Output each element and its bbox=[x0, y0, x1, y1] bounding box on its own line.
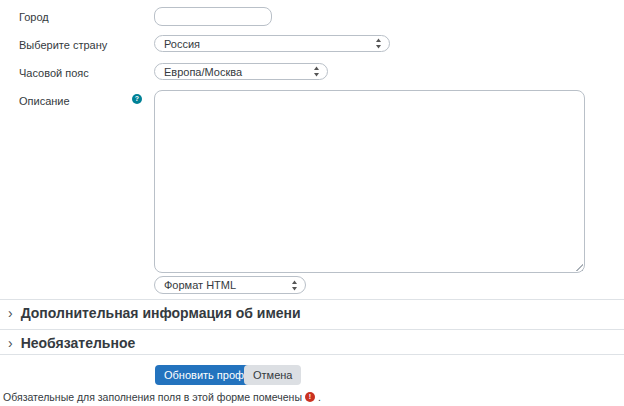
description-textarea-wrap bbox=[154, 90, 585, 273]
cancel-button[interactable]: Отмена bbox=[244, 365, 301, 385]
help-icon[interactable]: ? bbox=[132, 94, 142, 104]
city-input[interactable] bbox=[154, 7, 272, 26]
description-label: Описание bbox=[19, 95, 70, 107]
timezone-select-value: Европа/Москва bbox=[164, 66, 242, 78]
description-textarea[interactable] bbox=[154, 90, 585, 273]
section-divider bbox=[0, 354, 624, 355]
section-divider bbox=[0, 329, 624, 330]
city-label: Город bbox=[19, 11, 49, 23]
required-fields-text: Обязательные для заполнения поля в этой … bbox=[3, 391, 302, 403]
required-fields-note: Обязательные для заполнения поля в этой … bbox=[3, 391, 321, 403]
timezone-label: Часовой пояс bbox=[19, 67, 89, 79]
chevron-right-icon: › bbox=[8, 306, 13, 320]
select-stepper-icon bbox=[375, 38, 382, 49]
section-optional[interactable]: › Необязательное bbox=[8, 333, 135, 353]
country-select-value: Россия bbox=[164, 38, 200, 50]
country-select[interactable]: Россия bbox=[154, 35, 390, 52]
required-fields-suffix: . bbox=[318, 391, 321, 403]
profile-edit-form: Город Выберите страну Россия Часовой поя… bbox=[0, 0, 624, 406]
format-select-value: Формат HTML bbox=[164, 279, 236, 291]
chevron-right-icon: › bbox=[8, 336, 13, 350]
section-additional-names[interactable]: › Дополнительная информация об имени bbox=[8, 303, 301, 323]
section-title: Необязательное bbox=[21, 335, 136, 351]
section-title: Дополнительная информация об имени bbox=[21, 305, 301, 321]
section-divider bbox=[0, 299, 624, 300]
select-stepper-icon bbox=[313, 66, 320, 77]
format-select[interactable]: Формат HTML bbox=[154, 276, 306, 294]
country-label: Выберите страну bbox=[19, 39, 107, 51]
required-icon: ! bbox=[305, 392, 315, 402]
select-stepper-icon bbox=[291, 280, 298, 291]
timezone-select[interactable]: Европа/Москва bbox=[154, 63, 328, 80]
